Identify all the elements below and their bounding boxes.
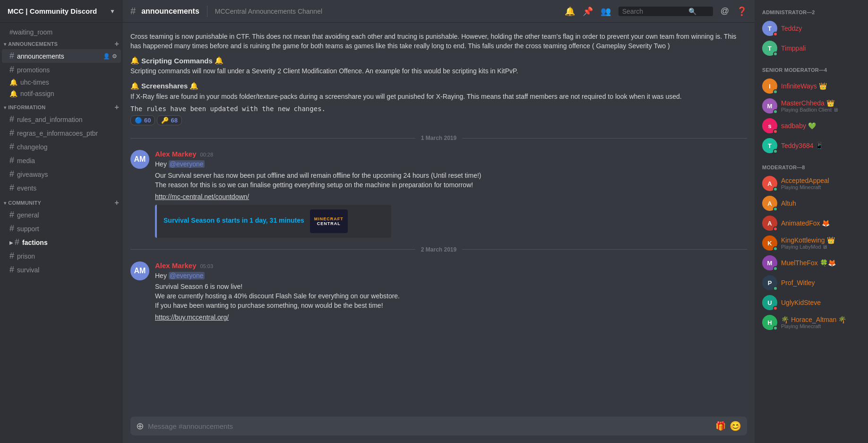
reaction-blue[interactable]: 🔵 60 [130, 115, 155, 125]
code-block-container: The rules have been updated with the new… [130, 105, 747, 113]
member-name-sadbaby: sadbaby 💚 [781, 122, 860, 130]
scripting-text: Scripting commands will now fall under a… [130, 67, 747, 76]
pin-icon[interactable]: 📌 [583, 6, 593, 17]
message-row-march2: AM Alex Markey 05:03 Hey @everyone Survi… [123, 261, 755, 323]
members-icon[interactable]: 👥 [601, 6, 611, 17]
member-name-animatedfox: AnimatedFox 🦊 [781, 219, 860, 227]
section-header-announcements[interactable]: ▾ ANNOUNCEMENTS + [0, 38, 123, 49]
message-input-area: ⊕ 🎁 😊 [123, 417, 755, 443]
avatar-animatedfox: A [762, 216, 777, 231]
message-text: Hey @everyone [155, 160, 747, 169]
at-icon[interactable]: @ [721, 6, 729, 16]
status-dot-kingkottlewing [773, 246, 778, 251]
status-dot-horace_altman [773, 326, 778, 330]
server-chevron: ▼ [110, 8, 115, 15]
divider-line [130, 249, 415, 250]
right-sidebar: ADMINISTRATOR—2 T Teddzy T Timppali SENI… [755, 0, 868, 443]
member-kingkottlewing[interactable]: K KingKottlewing 👑 Playing LabyMod 🖥 [758, 234, 864, 252]
member-altuh[interactable]: A Altuh [758, 194, 864, 213]
gear-icon[interactable]: ⚙ [112, 53, 117, 60]
channel-name: rules_and_information [17, 116, 117, 123]
member-animatedfox[interactable]: A AnimatedFox 🦊 [758, 214, 864, 233]
message-link2[interactable]: https://buy.mccentral.org/ [155, 313, 229, 321]
gift-icon[interactable]: 🎁 [715, 421, 726, 431]
sidebar-item-announcements[interactable]: # announcements 👤 ⚙ [2, 49, 121, 63]
sidebar-item-survival[interactable]: # survival [2, 263, 121, 277]
chevron-icon: ▾ [4, 105, 6, 110]
sidebar-item-uhc-times[interactable]: 🔔 uhc-times [2, 77, 121, 88]
channel-name: general [17, 211, 117, 219]
member-prof_witley[interactable]: P Prof_Witley [758, 273, 864, 292]
message-embed: Survival Season 6 starts in 1 day, 31 mi… [155, 205, 391, 238]
sidebar-item-support[interactable]: # support [2, 222, 121, 235]
member-name-horace_altman: 🌴 Horace_Altman 🌴 [781, 316, 846, 323]
sidebar-item-rules_and_information[interactable]: # rules_and_information [2, 113, 121, 126]
member-teddy3684[interactable]: T Teddy3684 📱 [758, 136, 864, 155]
sidebar-item-notif-assign[interactable]: 🔔 notif-assign [2, 88, 121, 99]
member-game-masterchheda: Playing Badlion Client 🖥 [781, 107, 838, 113]
divider-line [462, 138, 747, 139]
member-uglykidsteve[interactable]: U UglyKidSteve [758, 293, 864, 312]
add-channel-button[interactable]: + [114, 103, 119, 112]
bullet-icon: ▸ [9, 239, 13, 246]
avatar-horace_altman: H [762, 315, 777, 330]
add-channel-button[interactable]: + [114, 40, 119, 48]
message-text: Cross teaming is now punishable in CTF. … [130, 32, 747, 51]
hash-icon: # [9, 265, 14, 275]
sidebar-item-changelog[interactable]: # changelog [2, 140, 121, 154]
message-row-march1: AM Alex Markey 00:28 Hey @everyone Our S… [123, 149, 755, 238]
message-timestamp: 05:03 [200, 263, 214, 269]
role-section-mod: MODERATOR—8 A AcceptedAppeal Playing Min… [758, 163, 864, 332]
avatar-kingkottlewing: K [762, 235, 777, 251]
embed-title[interactable]: Survival Season 6 starts in 1 day, 31 mi… [163, 217, 304, 224]
message-link[interactable]: http://mc-central.net/countdown/ [155, 193, 249, 200]
status-dot-teddy3684 [773, 149, 778, 154]
member-game-acceptedappeal: Playing Minecraft [781, 184, 829, 190]
section-header-community[interactable]: ▾ COMMUNITY + [0, 197, 123, 208]
section-header-information[interactable]: ▾ INFORMATION + [0, 101, 123, 113]
sidebar-item-media[interactable]: # media [2, 154, 121, 167]
attach-button[interactable]: ⊕ [136, 420, 144, 432]
search-input[interactable] [622, 8, 688, 15]
message-timestamp: 00:28 [200, 152, 214, 157]
sidebar-item-events[interactable]: # events [2, 181, 121, 195]
avatar-teddzy: T [762, 21, 777, 36]
member-infiniteways[interactable]: I InfiniteWays 👑 [758, 77, 864, 96]
sidebar-item-prison[interactable]: # prison [2, 249, 121, 263]
avatar-uglykidsteve: U [762, 295, 777, 310]
search-box[interactable]: 🔍 [619, 7, 713, 16]
message-header: Alex Markey 00:28 [155, 150, 747, 158]
add-channel-button[interactable]: + [114, 199, 119, 207]
member-horace_altman[interactable]: H 🌴 Horace_Altman 🌴 Playing Minecraft [758, 313, 864, 332]
sidebar-item-promotions[interactable]: # promotions [2, 63, 121, 77]
help-icon[interactable]: ❓ [737, 6, 747, 17]
member-masterchheda[interactable]: M MasterChheda 👑 Playing Badlion Client … [758, 96, 864, 115]
person-icon[interactable]: 👤 [103, 53, 110, 60]
bell-icon[interactable]: 🔔 [565, 6, 575, 17]
member-muelthefox[interactable]: M MuelTheFox 🍀🦊 [758, 253, 864, 272]
member-timppali[interactable]: T Timppali [758, 39, 864, 58]
member-teddzy[interactable]: T Teddzy [758, 19, 864, 38]
channel-item-waiting_room[interactable]: # waiting_room [2, 26, 121, 38]
sidebar-item-giveaways[interactable]: # giveaways [2, 167, 121, 181]
hash-icon: # [9, 51, 14, 61]
sidebar-item-factions[interactable]: ▸ # factions [2, 235, 121, 249]
channels-list: # waiting_room ▾ ANNOUNCEMENTS + # annou… [0, 23, 123, 443]
sidebar-item-general[interactable]: # general [2, 208, 121, 222]
screenshares-section: 🔔 Screenshares 🔔 If X-Ray files are foun… [130, 82, 747, 102]
header-divider [207, 6, 207, 17]
logo-line1: MINECRAFT [314, 217, 344, 221]
channel-name: promotions [17, 66, 117, 74]
section-label: ANNOUNCEMENTS [8, 41, 58, 47]
message-author[interactable]: Alex Markey [155, 150, 197, 158]
sidebar-item-regras[interactable]: # regras_e_informacoes_ptbr [2, 126, 121, 140]
message-input-field[interactable] [148, 422, 712, 430]
member-acceptedappeal[interactable]: A AcceptedAppeal Playing Minecraft [758, 174, 864, 193]
message-author[interactable]: Alex Markey [155, 261, 197, 269]
channel-name: announcements [17, 52, 103, 60]
server-header[interactable]: MCC | Community Discord ▼ [0, 0, 123, 23]
date-text: 2 March 2019 [415, 246, 462, 253]
emoji-button[interactable]: 😊 [730, 420, 741, 432]
reaction-key[interactable]: 🔑 68 [157, 115, 181, 125]
member-sadbaby[interactable]: s sadbaby 💚 [758, 116, 864, 135]
